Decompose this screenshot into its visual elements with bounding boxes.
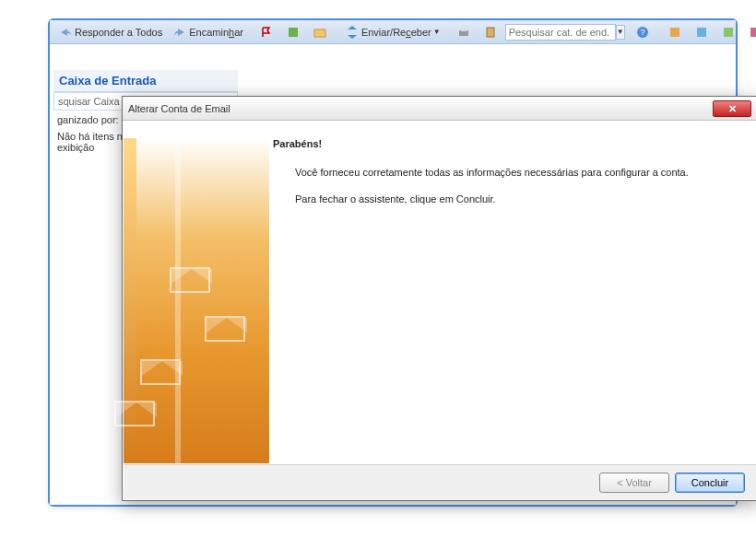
dialog-title: Alterar Conta de Email	[128, 103, 713, 114]
categorize-icon	[287, 26, 300, 39]
svg-rect-7	[670, 28, 679, 37]
flag-button[interactable]	[254, 24, 281, 41]
finish-button[interactable]: Concluir	[675, 473, 745, 493]
svg-rect-0	[289, 28, 298, 37]
misc-icon	[695, 26, 708, 39]
dialog-content: Parabéns! Você forneceu corretamente tod…	[273, 138, 747, 220]
tool-button-4[interactable]	[743, 24, 756, 41]
envelope-icon	[140, 359, 181, 385]
tool-button-2[interactable]	[690, 24, 716, 41]
search-dropdown[interactable]: ▼	[616, 25, 625, 40]
help-icon: ?	[636, 26, 649, 39]
reply-all-icon	[59, 26, 72, 39]
print-button[interactable]	[452, 24, 478, 41]
address-book-button[interactable]	[478, 24, 505, 41]
envelope-icon	[170, 267, 210, 293]
svg-rect-1	[314, 29, 325, 37]
print-icon	[457, 26, 470, 39]
dialog-artwork	[124, 138, 269, 463]
forward-button[interactable]: Encaminhar	[168, 24, 249, 41]
dialog-footer: < Voltar Concluir	[124, 464, 756, 499]
help-button[interactable]: ?	[631, 24, 657, 41]
book-icon	[484, 26, 497, 39]
send-receive-button[interactable]: Enviar/Receber ▼	[340, 24, 446, 41]
dialog-text-2: Para fechar o assistente, clique em Conc…	[295, 193, 747, 206]
svg-rect-9	[724, 28, 733, 37]
flag-icon	[260, 26, 273, 39]
svg-rect-8	[697, 28, 706, 37]
email-account-dialog: Alterar Conta de Email ✕ Parabéns! Você …	[122, 96, 756, 501]
misc-icon	[749, 26, 756, 39]
svg-rect-10	[750, 28, 756, 37]
envelope-icon	[205, 316, 245, 342]
search-address-input[interactable]	[505, 24, 616, 41]
reply-all-button[interactable]: Responder a Todos	[53, 24, 168, 41]
dialog-body: Parabéns! Você forneceu corretamente tod…	[124, 122, 756, 463]
envelope-icon	[114, 401, 155, 426]
follow-up-button[interactable]	[308, 24, 335, 41]
categorize-button[interactable]	[281, 24, 308, 41]
back-button: < Voltar	[599, 473, 669, 493]
dialog-heading: Parabéns!	[273, 138, 747, 149]
folder-icon	[313, 26, 326, 39]
tool-button-1[interactable]	[663, 24, 690, 41]
svg-text:?: ?	[640, 28, 644, 37]
dialog-text-1: Você forneceu corretamente todas as info…	[295, 166, 747, 180]
tool-button-3[interactable]	[716, 24, 743, 41]
misc-icon	[722, 26, 735, 39]
close-icon[interactable]: ✕	[713, 100, 751, 117]
svg-rect-4	[487, 28, 494, 37]
svg-rect-3	[461, 28, 467, 31]
panel-title: Caixa de Entrada	[53, 70, 238, 92]
misc-icon	[668, 26, 681, 39]
dialog-titlebar: Alterar Conta de Email ✕	[123, 97, 756, 121]
send-receive-icon	[346, 26, 359, 39]
forward-icon	[173, 26, 186, 39]
toolbar: Responder a Todos Encaminhar	[50, 20, 736, 44]
